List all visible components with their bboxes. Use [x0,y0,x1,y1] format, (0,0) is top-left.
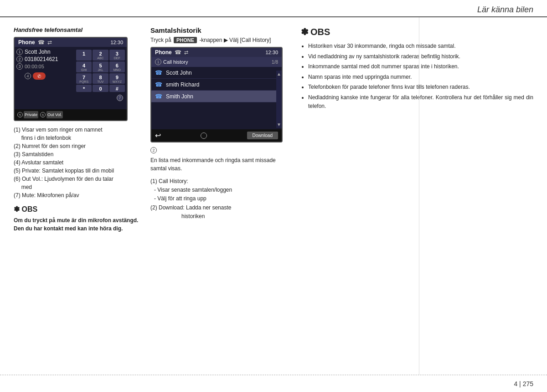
callhist-item-3[interactable]: ☎ Smith John [151,91,282,102]
annot-2-mid [201,132,207,139]
key-0[interactable]: 0 [93,85,108,92]
left-column: Handsfree telefonsamtal Phone ☎ ⇄ 12:30 … [14,26,141,366]
download-button[interactable]: Download [247,132,278,139]
keypad-area: 1 2ABC 3DEF 4GHI 5JKL 6MNO 7PQRS 8TUV 9W… [74,48,127,103]
call-icon-3: ☎ [155,93,162,100]
phone-screen: Phone ☎ ⇄ 12:30 1 Scott John 2 [14,37,128,121]
exp-3: (3) Samtalstiden [14,150,141,158]
caller-name: Scott John [25,49,51,55]
callhist-name-3: Smith John [166,93,193,100]
annot-7: 7 [117,95,123,101]
private-btn[interactable]: Private [24,111,38,118]
obs-star-right: ✽ [301,26,309,37]
obs-item-3: Inkommande samtal med dolt nummer sparas… [308,62,533,71]
annot-3: 3 [16,63,23,70]
exp-1: (1) Visar vem som ringer om namnet finns… [14,126,141,142]
callhist-arrows-icon: ⇄ [184,50,188,56]
phone-bottom-buttons: 5 Private 6 Out Vol. [15,109,127,120]
key-4[interactable]: 4GHI [76,61,92,72]
page-title: Lär känna bilen [477,5,533,16]
key-2[interactable]: 2ABC [93,50,108,61]
right-obs-list: Historiken visar 30 inkommande, ringda o… [301,42,533,110]
mid-annot-2: 2 [150,147,157,153]
phone-button-label: PHONE [174,37,197,43]
obs-item-2: Vid nedladdning av ny samtalshisto­rik r… [308,52,533,61]
main-content: Handsfree telefonsamtal Phone ☎ ⇄ 12:30 … [0,17,547,375]
callhist-screen: Phone ☎ ⇄ 12:30 1 Call history 1/8 ☎ Sco… [150,47,283,143]
callhist-header: Phone ☎ ⇄ 12:30 [151,48,282,57]
scroll-down-arrow[interactable]: ▼ [277,122,281,127]
callhist-name-2: smith Richard [166,81,199,88]
callhist-title-row: 1 Call history 1/8 [151,57,282,67]
callhist-item-2[interactable]: ☎ smith Richard [151,79,282,91]
key-1[interactable]: 1 [76,50,92,61]
phone-header: Phone ☎ ⇄ 12:30 [15,38,127,47]
phone-call-icon: ☎ [38,39,45,46]
page-num: 275 [523,380,533,387]
left-explanations: (1) Visar vem som ringer om namnet finns… [14,126,141,199]
mid-caption: En lista med inkommande och ringda samt … [150,156,292,173]
page-section: 4 [514,380,517,387]
annot-4: 4 [25,73,31,79]
callhist-annot-1: 1 [155,59,161,65]
top-bar: Lär känna bilen [0,0,547,17]
annot-2: 2 [16,56,23,62]
left-section-heading: Handsfree telefonsamtal [14,26,141,33]
obs-item-6: Nedladdning kanske inte fungerar för all… [308,93,533,110]
callhist-name-1: Scott John [166,70,192,76]
left-obs-section: ✽ OBS Om du tryckt på mute är din mikrof… [14,205,141,233]
outvol-btn[interactable]: Out Vol. [46,111,63,118]
exp-2: (2) Numret för den som ringer [14,142,141,150]
callhist-phone-icon: ☎ [175,49,181,56]
call-icon-1: ☎ [155,69,162,76]
call-timer: 00:00:05 [25,64,44,69]
key-star[interactable]: * [76,85,92,92]
callhist-items: ☎ Scott John ☎ smith Richard ☎ Smith Joh… [151,67,282,102]
tryck-pa: Tryck på [150,37,171,43]
obs-item-1: Historiken visar 30 inkommande, ringda o… [308,42,533,51]
key-3[interactable]: 3DEF [109,50,125,61]
exp-5: (5) Private: Samtalet kopplas till din m… [14,167,141,175]
right-column: ✽ OBS Historiken visar 30 inkommande, ri… [301,26,533,366]
scroll-up-arrow[interactable]: ▲ [277,71,281,76]
obs-title-right: OBS [310,27,330,37]
exp-4: (4) Avslutar samtalet [14,158,141,167]
key-hash[interactable]: # [109,85,125,92]
mid-column: Samtalshistorik Tryck på PHONE -knappen … [150,26,292,366]
obs-item-4: Namn sparas inte med uppringda nummer. [308,73,533,81]
callhist-item-1[interactable]: ☎ Scott John [151,67,282,79]
right-obs-heading: ✽ OBS [301,26,533,37]
back-button[interactable]: ↩ [155,131,161,140]
key-6[interactable]: 6MNO [109,61,125,72]
annot-1: 1 [16,49,23,55]
key-5[interactable]: 5JKL [93,61,108,72]
annot-6: 6 [40,112,46,117]
keypad-grid: 1 2ABC 3DEF 4GHI 5JKL 6MNO 7PQRS 8TUV 9W… [76,50,125,92]
key-8[interactable]: 8TUV [93,73,108,84]
callhist-bottom: ↩ Download [151,129,282,142]
callhist-list-title: Call history [163,59,188,65]
phone-title: Phone [18,39,35,46]
callhist-phone-title: Phone [155,49,172,56]
end-call-btn[interactable]: ✆ [33,72,46,80]
mid-section-heading: Samtalshistorik [150,26,292,34]
left-obs-text: Om du tryckt på mute är din mikrofon avs… [14,216,141,233]
right-divider [419,17,419,375]
exp-7: (7) Mute: Mikrofonen på/av [14,191,141,199]
mid-explanations: (1) Call History: - Visar senaste samtal… [150,177,292,221]
key-9[interactable]: 9WXYZ [109,73,125,84]
exp-6: (6) Out Vol.: Ljudvolymen för den du tal… [14,175,141,191]
left-obs-heading: ✽ OBS [14,205,141,214]
callhist-scrollbar[interactable]: ▲ ▼ [276,71,282,128]
key-7[interactable]: 7PQRS [76,73,92,84]
phone-arrows-icon: ⇄ [47,39,52,46]
annot-5: 5 [17,112,23,117]
bottom-bar: 4 | 275 [0,375,547,392]
obs-item-5: Telefonboken för parade telefoner finns … [308,83,533,92]
caller-number: 03180214621 [25,56,58,62]
mid-instruction: Tryck på PHONE -knappen ▶ Välj [Call His… [150,37,292,43]
callhist-time: 12:30 [265,50,278,55]
instruction2: -knappen ▶ Välj [Call History] [199,37,271,43]
call-icon-2: ☎ [155,81,162,88]
phone-time: 12:30 [110,40,123,45]
